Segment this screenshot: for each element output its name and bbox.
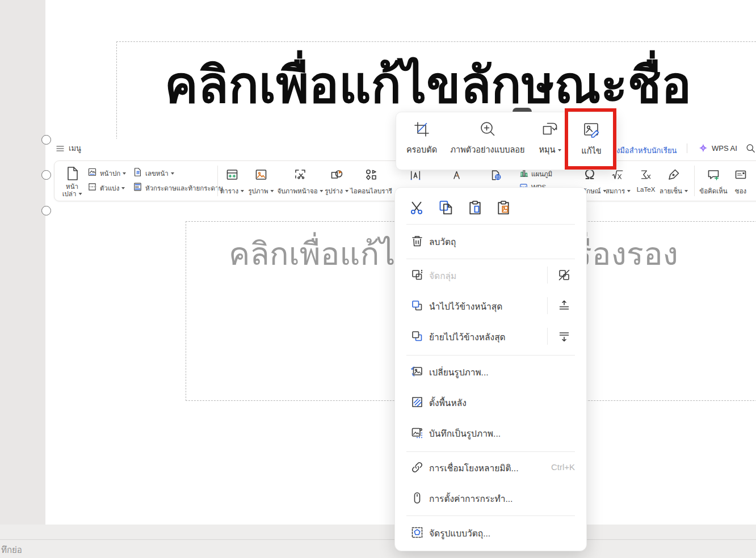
menu-vertical-divider — [547, 297, 548, 314]
set-background-label: ตั้งพื้นหลัง — [429, 396, 467, 410]
screen-capture-label[interactable]: จับภาพหน้าจอ — [277, 186, 323, 196]
page-break-button[interactable] — [87, 182, 97, 192]
hyperlink-label: การเชื่อมโยงหลายมิติ... — [429, 461, 518, 475]
latex-button[interactable] — [639, 168, 652, 181]
crop-button[interactable]: ครอบตัด — [388, 120, 456, 156]
equation-button[interactable] — [611, 168, 624, 181]
cover-page-button[interactable] — [87, 167, 97, 177]
toolbar-separator — [687, 143, 687, 153]
bring-to-front-icon — [410, 299, 424, 312]
picture-label[interactable]: รูปภาพ — [248, 186, 274, 196]
format-object-icon — [410, 526, 424, 539]
wps-ai-icon — [698, 143, 708, 153]
menu-button-label: เมนู — [69, 142, 81, 154]
ungroup-icon — [557, 268, 571, 282]
envelope-label[interactable]: ซอง — [735, 186, 746, 196]
text-box-button[interactable] — [409, 169, 422, 181]
app-window: คลิกเพื่อแก้ไขลักษณะชื่อ คลิกเพื่อแก้ไขล… — [0, 0, 756, 558]
paste-as-picture-button[interactable] — [493, 197, 514, 218]
shapes-label[interactable]: รูปร่าง — [325, 186, 348, 196]
change-picture-icon — [410, 365, 424, 378]
send-to-back-icon — [410, 329, 424, 343]
header-footer-label[interactable]: หัวกระดาษและท้ายกระดาษ — [145, 183, 223, 193]
wps-ai-label: WPS AI — [712, 144, 737, 153]
cut-button[interactable] — [406, 197, 427, 218]
comment-label[interactable]: ข้อคิดเห็น — [699, 186, 727, 196]
menu-item-save-as-picture[interactable]: บันทึกเป็นรูปภาพ... — [395, 424, 586, 441]
chart-label[interactable]: แผนภูมิ — [531, 169, 552, 179]
comment-button[interactable] — [707, 168, 720, 181]
action-settings-label: การตั้งค่าการกระทำ... — [429, 492, 513, 506]
floating-preview-button[interactable]: ภาพตัวอย่างแบบลอย — [453, 120, 522, 156]
icon-library-button[interactable] — [364, 168, 378, 181]
group-label: จัดกลุ่ม — [429, 269, 456, 283]
floating-preview-icon — [478, 120, 497, 138]
save-as-picture-icon — [410, 426, 424, 439]
action-settings-icon — [410, 491, 424, 505]
signature-label[interactable]: ลายเซ็น — [660, 186, 688, 196]
web-object-button[interactable] — [490, 169, 502, 181]
selection-handle-top-left[interactable] — [41, 135, 51, 145]
envelope-button[interactable] — [734, 168, 747, 181]
menu-divider — [406, 451, 575, 452]
notes-pane-label[interactable]: ทึกย่อ — [1, 543, 22, 557]
status-bar-divider — [0, 539, 756, 540]
menu-item-format-object[interactable]: จัดรูปแบบวัตถุ... — [395, 524, 586, 541]
cover-page-label[interactable]: หน้าปก — [100, 168, 126, 179]
latex-label[interactable]: LaTeX — [637, 186, 656, 193]
selection-handle-middle-left[interactable] — [41, 170, 51, 180]
rotate-icon — [541, 120, 559, 138]
menu-vertical-divider — [547, 267, 548, 284]
page-number-label[interactable]: เลขหน้า — [145, 168, 174, 179]
change-picture-label: เปลี่ยนรูปภาพ... — [429, 365, 489, 379]
menu-item-change-picture[interactable]: เปลี่ยนรูปภาพ... — [395, 363, 586, 380]
menu-divider — [406, 259, 575, 259]
bring-to-front-label: นำไปไว้ข้างหน้าสุด — [429, 299, 502, 314]
table-button[interactable] — [225, 168, 239, 181]
menu-item-bring-to-front[interactable]: นำไปไว้ข้างหน้าสุด — [395, 297, 586, 314]
crop-icon — [413, 120, 431, 138]
send-to-back-label: ย้ายไปไว้ข้างหลังสุด — [429, 330, 506, 344]
menu-item-send-to-back[interactable]: ย้ายไปไว้ข้างหลังสุด — [395, 328, 586, 345]
menu-item-hyperlink[interactable]: การเชื่อมโยงหลายมิติ... Ctrl+K — [395, 459, 586, 476]
menu-button[interactable]: เมนู — [56, 142, 81, 154]
red-annotation-box — [565, 108, 616, 170]
ribbon-separator — [217, 166, 218, 196]
copy-button[interactable] — [435, 197, 457, 218]
menu-item-set-background[interactable]: ตั้งพื้นหลัง — [395, 394, 586, 411]
delete-object-label: ลบวัตถุ — [429, 235, 456, 249]
wordart-button[interactable] — [451, 169, 463, 181]
wps-ai-button[interactable]: WPS AI — [698, 143, 737, 153]
hamburger-menu-icon — [56, 144, 65, 153]
blank-page-button[interactable] — [66, 166, 79, 181]
menu-divider — [406, 355, 575, 356]
page-number-button[interactable] — [133, 167, 142, 177]
menu-item-group: จัดกลุ่ม — [395, 267, 586, 284]
menu-vertical-divider — [547, 328, 548, 345]
menu-item-delete-object[interactable]: ลบวัตถุ — [395, 232, 586, 250]
hyperlink-icon — [410, 460, 424, 474]
send-backward-icon[interactable] — [557, 329, 571, 343]
header-footer-button[interactable] — [133, 182, 142, 192]
page-break-label[interactable]: ตัวแบ่ง — [100, 183, 125, 193]
selection-handle-bottom-left[interactable] — [41, 206, 51, 215]
format-object-label: จัดรูปแบบวัตถุ... — [429, 526, 490, 540]
hyperlink-shortcut: Ctrl+K — [551, 462, 575, 472]
menu-item-action-settings[interactable]: การตั้งค่าการกระทำ... — [395, 489, 586, 506]
bring-forward-icon[interactable] — [557, 299, 571, 312]
screen-capture-button[interactable] — [293, 168, 307, 181]
floating-preview-label: ภาพตัวอย่างแบบลอย — [450, 143, 524, 156]
picture-button[interactable] — [254, 168, 268, 181]
table-label[interactable]: ตาราง — [220, 186, 244, 196]
set-background-icon — [410, 395, 424, 409]
blank-page-label2: เปล่า — [62, 189, 82, 199]
status-bar — [0, 525, 756, 558]
equation-label[interactable]: สมการ — [606, 186, 631, 196]
icon-library-label[interactable]: ไอคอนไลบรารี — [350, 186, 392, 196]
search-icon[interactable] — [745, 143, 756, 154]
paste-button[interactable] — [464, 197, 486, 218]
signature-button[interactable] — [667, 168, 681, 181]
picture-context-menu: ลบวัตถุ จัดกลุ่ม นำไปไว้ข้างหน้าสุด ย้าย… — [394, 187, 587, 551]
caret-icon — [78, 193, 82, 195]
shapes-button[interactable] — [330, 168, 343, 181]
